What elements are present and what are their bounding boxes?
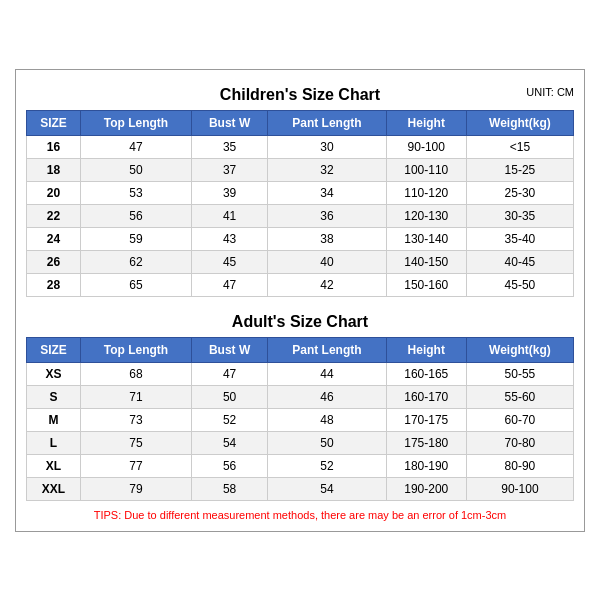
table-cell: 70-80 bbox=[466, 431, 573, 454]
table-row: XL775652180-19080-90 bbox=[27, 454, 574, 477]
table-cell: 44 bbox=[268, 362, 386, 385]
table-cell: 18 bbox=[27, 158, 81, 181]
table-cell: 43 bbox=[192, 227, 268, 250]
table-cell: 42 bbox=[268, 273, 386, 296]
table-cell: L bbox=[27, 431, 81, 454]
table-cell: 71 bbox=[80, 385, 191, 408]
children-header-cell: Pant Length bbox=[268, 110, 386, 135]
table-cell: 22 bbox=[27, 204, 81, 227]
adults-header-cell: SIZE bbox=[27, 337, 81, 362]
table-cell: XL bbox=[27, 454, 81, 477]
table-cell: 79 bbox=[80, 477, 191, 500]
table-cell: 40-45 bbox=[466, 250, 573, 273]
table-cell: 24 bbox=[27, 227, 81, 250]
table-row: L755450175-18070-80 bbox=[27, 431, 574, 454]
table-cell: 52 bbox=[192, 408, 268, 431]
adults-size-table: SIZETop LengthBust WPant LengthHeightWei… bbox=[26, 337, 574, 501]
unit-label: UNIT: CM bbox=[526, 86, 574, 98]
table-cell: S bbox=[27, 385, 81, 408]
table-cell: 45 bbox=[192, 250, 268, 273]
table-cell: 130-140 bbox=[386, 227, 466, 250]
table-cell: 34 bbox=[268, 181, 386, 204]
table-cell: 35-40 bbox=[466, 227, 573, 250]
table-cell: 15-25 bbox=[466, 158, 573, 181]
table-cell: 150-160 bbox=[386, 273, 466, 296]
table-row: 20533934110-12025-30 bbox=[27, 181, 574, 204]
table-row: XXL795854190-20090-100 bbox=[27, 477, 574, 500]
children-header-cell: Weight(kg) bbox=[466, 110, 573, 135]
adults-title-text: Adult's Size Chart bbox=[232, 313, 368, 330]
table-row: 22564136120-13030-35 bbox=[27, 204, 574, 227]
adults-chart-title: Adult's Size Chart bbox=[26, 307, 574, 333]
table-cell: 25-30 bbox=[466, 181, 573, 204]
table-cell: 110-120 bbox=[386, 181, 466, 204]
children-header-cell: Top Length bbox=[80, 110, 191, 135]
tips-text: TIPS: Due to different measurement metho… bbox=[26, 509, 574, 521]
table-cell: 37 bbox=[192, 158, 268, 181]
table-cell: 32 bbox=[268, 158, 386, 181]
table-row: S715046160-17055-60 bbox=[27, 385, 574, 408]
table-cell: 170-175 bbox=[386, 408, 466, 431]
table-cell: 47 bbox=[80, 135, 191, 158]
adults-header-cell: Pant Length bbox=[268, 337, 386, 362]
children-header-row: SIZETop LengthBust WPant LengthHeightWei… bbox=[27, 110, 574, 135]
table-cell: 53 bbox=[80, 181, 191, 204]
table-cell: 73 bbox=[80, 408, 191, 431]
table-cell: 16 bbox=[27, 135, 81, 158]
table-cell: 180-190 bbox=[386, 454, 466, 477]
table-cell: 28 bbox=[27, 273, 81, 296]
table-cell: 56 bbox=[192, 454, 268, 477]
table-cell: 120-130 bbox=[386, 204, 466, 227]
table-cell: 47 bbox=[192, 362, 268, 385]
table-cell: XXL bbox=[27, 477, 81, 500]
table-cell: 160-170 bbox=[386, 385, 466, 408]
table-cell: 38 bbox=[268, 227, 386, 250]
adults-header-row: SIZETop LengthBust WPant LengthHeightWei… bbox=[27, 337, 574, 362]
table-cell: 90-100 bbox=[386, 135, 466, 158]
table-cell: 90-100 bbox=[466, 477, 573, 500]
adults-header-cell: Height bbox=[386, 337, 466, 362]
table-cell: 60-70 bbox=[466, 408, 573, 431]
table-row: 26624540140-15040-45 bbox=[27, 250, 574, 273]
table-row: XS684744160-16550-55 bbox=[27, 362, 574, 385]
adults-header-cell: Bust W bbox=[192, 337, 268, 362]
table-cell: 50 bbox=[192, 385, 268, 408]
children-header-cell: Bust W bbox=[192, 110, 268, 135]
table-cell: 50 bbox=[268, 431, 386, 454]
children-header-cell: Height bbox=[386, 110, 466, 135]
table-cell: 50-55 bbox=[466, 362, 573, 385]
table-cell: 160-165 bbox=[386, 362, 466, 385]
table-cell: 46 bbox=[268, 385, 386, 408]
table-cell: <15 bbox=[466, 135, 573, 158]
table-cell: 36 bbox=[268, 204, 386, 227]
table-cell: 47 bbox=[192, 273, 268, 296]
table-cell: 40 bbox=[268, 250, 386, 273]
table-cell: 56 bbox=[80, 204, 191, 227]
table-cell: 100-110 bbox=[386, 158, 466, 181]
table-cell: 54 bbox=[268, 477, 386, 500]
table-cell: 30 bbox=[268, 135, 386, 158]
table-cell: M bbox=[27, 408, 81, 431]
table-cell: 45-50 bbox=[466, 273, 573, 296]
table-cell: 50 bbox=[80, 158, 191, 181]
table-cell: 39 bbox=[192, 181, 268, 204]
table-cell: 62 bbox=[80, 250, 191, 273]
table-row: M735248170-17560-70 bbox=[27, 408, 574, 431]
children-size-table: SIZETop LengthBust WPant LengthHeightWei… bbox=[26, 110, 574, 297]
table-row: 18503732100-11015-25 bbox=[27, 158, 574, 181]
children-chart-title: Children's Size Chart UNIT: CM bbox=[26, 80, 574, 106]
table-cell: 35 bbox=[192, 135, 268, 158]
table-cell: 41 bbox=[192, 204, 268, 227]
table-row: 28654742150-16045-50 bbox=[27, 273, 574, 296]
table-cell: 20 bbox=[27, 181, 81, 204]
table-cell: 58 bbox=[192, 477, 268, 500]
adults-header-cell: Top Length bbox=[80, 337, 191, 362]
table-cell: 68 bbox=[80, 362, 191, 385]
table-cell: 65 bbox=[80, 273, 191, 296]
table-row: 24594338130-14035-40 bbox=[27, 227, 574, 250]
table-row: 1647353090-100<15 bbox=[27, 135, 574, 158]
children-header-cell: SIZE bbox=[27, 110, 81, 135]
adults-header-cell: Weight(kg) bbox=[466, 337, 573, 362]
table-cell: 54 bbox=[192, 431, 268, 454]
table-cell: 140-150 bbox=[386, 250, 466, 273]
